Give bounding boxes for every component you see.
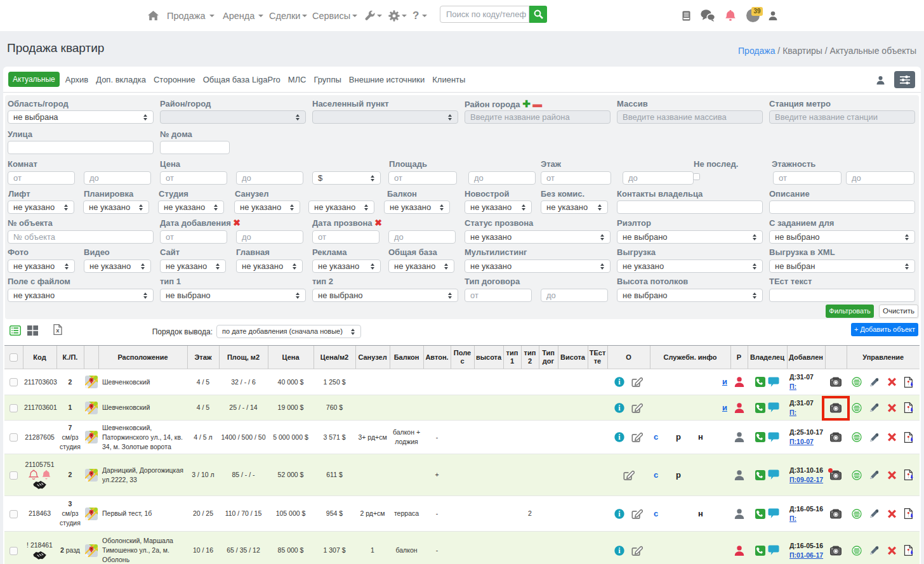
svg-text:x: x xyxy=(56,327,60,334)
